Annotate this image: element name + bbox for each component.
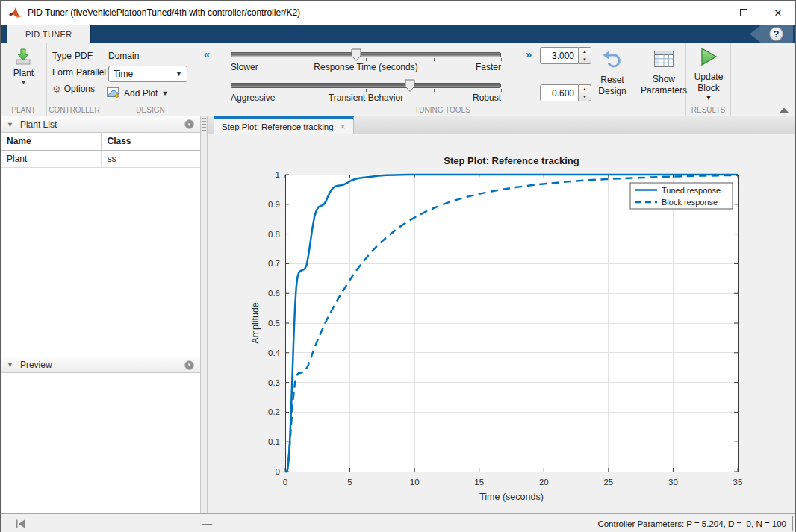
- svg-text:0.3: 0.3: [268, 378, 280, 387]
- svg-text:0.7: 0.7: [268, 259, 280, 268]
- controller-type-row[interactable]: Type PDF: [47, 51, 102, 61]
- reset-design-button[interactable]: Reset Design: [594, 49, 631, 97]
- section-label-plant: PLANT: [1, 106, 46, 114]
- minimize-button[interactable]: [692, 1, 727, 25]
- slider-label-transient-behavior: Transient Behavior: [329, 93, 403, 103]
- splitter-grip[interactable]: [202, 118, 206, 131]
- panel-menu-button[interactable]: ▼: [184, 119, 194, 129]
- domain-value: Time: [114, 69, 133, 79]
- options-label: Options: [64, 84, 95, 94]
- chevron-down-icon: ▼: [21, 79, 27, 86]
- pid-tuner-window: PID Tuner (fiveVehiclePlatoonTuned/4th w…: [0, 0, 796, 532]
- table-row[interactable]: Plant ss: [1, 150, 200, 167]
- chevron-down-icon: ▼: [187, 363, 192, 367]
- section-label-results: RESULTS: [686, 106, 730, 114]
- update-block-label: Update Block: [689, 72, 728, 94]
- column-header-class[interactable]: Class: [101, 133, 200, 150]
- spinner-down-icon[interactable]: ▼: [579, 56, 591, 64]
- svg-text:0.1: 0.1: [268, 437, 280, 446]
- spinner-down-icon[interactable]: ▼: [579, 93, 591, 101]
- response-time-slider-track[interactable]: [231, 52, 501, 57]
- svg-text:Amplitude: Amplitude: [250, 302, 261, 344]
- update-block-button[interactable]: Update Block ▼: [689, 46, 728, 102]
- plot-pane: Step Plot: Reference tracking × 05101520…: [208, 116, 795, 513]
- response-time-input[interactable]: [540, 47, 579, 64]
- slider-ticks: [231, 88, 501, 92]
- svg-text:0.6: 0.6: [268, 289, 280, 298]
- slider-increase-icon[interactable]: »: [526, 48, 532, 60]
- slider-ticks: [231, 57, 501, 61]
- plant-button[interactable]: Plant ▼: [13, 48, 34, 86]
- svg-text:10: 10: [410, 478, 420, 486]
- collapse-triangle-icon[interactable]: ▼: [7, 121, 13, 128]
- response-time-stepper[interactable]: ▲ ▼: [579, 47, 591, 64]
- show-parameters-button[interactable]: Show Parameters: [634, 49, 694, 96]
- tab-step-plot[interactable]: Step Plot: Reference tracking ×: [214, 116, 354, 134]
- collapse-ribbon-icon[interactable]: [779, 106, 789, 113]
- chevron-down-icon: ▼: [187, 122, 192, 127]
- domain-dropdown[interactable]: Time ▼: [108, 66, 187, 82]
- plant-button-label: Plant: [13, 68, 34, 78]
- plant-class-cell[interactable]: ss: [101, 150, 200, 167]
- section-label-controller: CONTROLLER: [47, 106, 102, 114]
- title-bar: PID Tuner (fiveVehiclePlatoonTuned/4th w…: [1, 1, 795, 25]
- preview-title: Preview: [20, 360, 52, 370]
- add-plot-button[interactable]: Add Plot ▼: [107, 87, 199, 98]
- transient-behavior-slider-track[interactable]: [231, 83, 501, 88]
- tab-pid-tuner[interactable]: PID TUNER: [7, 25, 91, 43]
- column-header-name[interactable]: Name: [1, 133, 101, 150]
- transient-behavior-slider: Aggressive Transient Behavior Robust: [231, 83, 501, 103]
- splitter-collapse-icon[interactable]: —: [202, 518, 212, 529]
- step-plot-chart[interactable]: 0510152025303500.10.20.30.40.50.60.70.80…: [208, 134, 796, 513]
- domain-label: Domain: [102, 51, 199, 61]
- svg-text:Block response: Block response: [662, 198, 718, 207]
- vertical-splitter[interactable]: [201, 116, 208, 513]
- svg-text:35: 35: [733, 478, 743, 486]
- add-plot-icon: [107, 87, 120, 98]
- svg-text:20: 20: [539, 478, 549, 486]
- ribbon-toolbar: Plant ▼ PLANT Type PDF Form Parallel ⚙ O…: [1, 43, 795, 116]
- controller-form-row[interactable]: Form Parallel: [47, 67, 102, 78]
- tab-close-icon[interactable]: ×: [341, 122, 346, 131]
- play-icon: [698, 46, 719, 67]
- slider-decrease-icon[interactable]: «: [204, 48, 210, 60]
- matlab-logo-icon: [8, 7, 22, 19]
- toolbar-spacer: [731, 43, 795, 116]
- options-button[interactable]: ⚙ Options: [47, 84, 102, 94]
- reset-icon: [601, 49, 624, 70]
- response-time-slider: Slower Response Time (seconds) Faster: [231, 52, 501, 72]
- status-bar: — Controller Parameters: P = 5.204, D = …: [1, 513, 795, 532]
- transient-behavior-spinner: ▲ ▼: [540, 84, 591, 101]
- svg-text:Step Plot: Reference tracking: Step Plot: Reference tracking: [444, 155, 579, 166]
- help-area: ?: [750, 25, 793, 43]
- panel-menu-button[interactable]: ▼: [184, 360, 194, 370]
- help-button[interactable]: ?: [769, 27, 783, 41]
- svg-text:0: 0: [276, 467, 280, 476]
- spinner-up-icon[interactable]: ▲: [579, 48, 591, 56]
- slider-label-faster: Faster: [476, 62, 501, 72]
- collapse-triangle-icon[interactable]: ▼: [7, 361, 13, 369]
- type-value: PDF: [75, 51, 93, 61]
- spinner-up-icon[interactable]: ▲: [579, 85, 591, 93]
- ribbon-tab-strip: PID TUNER ?: [1, 25, 795, 43]
- controller-parameters-box: Controller Parameters: P = 5.204, D = 0,…: [591, 516, 793, 531]
- close-button[interactable]: ✕: [761, 1, 795, 25]
- transient-behavior-input[interactable]: [540, 84, 579, 101]
- transient-behavior-stepper[interactable]: ▲ ▼: [579, 84, 591, 101]
- collapse-left-icon[interactable]: [14, 519, 26, 529]
- svg-text:0: 0: [283, 478, 287, 486]
- main-area: ▼ Plant List ▼ Name Class Plant ss ▼ Pre…: [1, 116, 795, 513]
- svg-text:Tuned response: Tuned response: [662, 186, 721, 195]
- section-design: Domain Time ▼ Add Plot ▼ DESIGN: [102, 43, 199, 116]
- svg-text:0.5: 0.5: [268, 319, 280, 328]
- tab-step-plot-label: Step Plot: Reference tracking: [222, 122, 334, 131]
- maximize-button[interactable]: [727, 1, 761, 25]
- section-label-tuning-tools: TUNING TOOLS: [199, 106, 685, 114]
- form-label: Form: [52, 67, 73, 78]
- preview-header: ▼ Preview ▼: [1, 357, 200, 373]
- minimize-icon: [706, 13, 714, 13]
- document-tab-bar: Step Plot: Reference tracking ×: [208, 116, 795, 134]
- plant-name-cell[interactable]: Plant: [1, 150, 101, 167]
- plant-import-icon: [13, 48, 33, 66]
- add-plot-label: Add Plot: [124, 88, 158, 98]
